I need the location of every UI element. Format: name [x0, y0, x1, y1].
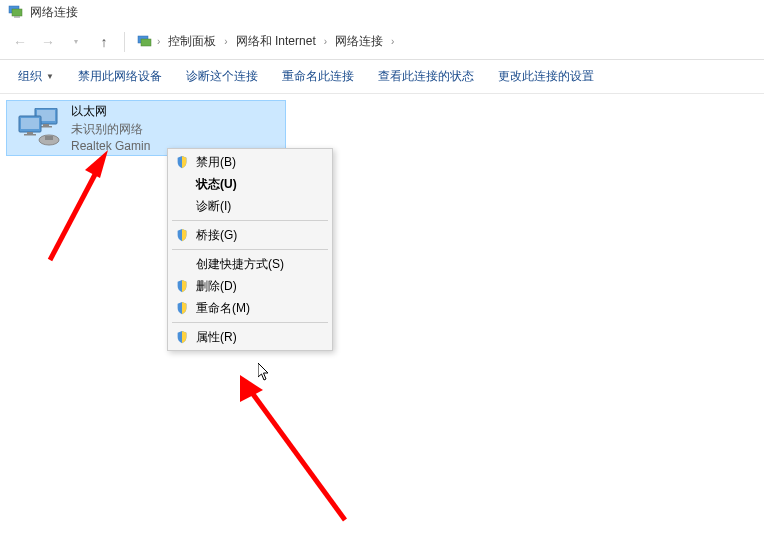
menu-separator [172, 322, 328, 323]
breadcrumb-item-control-panel[interactable]: 控制面板 [164, 31, 220, 52]
annotation-arrow [40, 150, 130, 273]
adapter-text: 以太网 未识别的网络 Realtek Gamin [71, 103, 150, 153]
shield-icon [174, 154, 190, 170]
menu-label: 重命名(M) [196, 300, 250, 317]
svg-rect-14 [45, 136, 53, 140]
menu-item-diagnose[interactable]: 诊断(I) [170, 195, 330, 217]
forward-button[interactable]: → [36, 30, 60, 54]
menu-separator [172, 220, 328, 221]
menu-item-disable[interactable]: 禁用(B) [170, 151, 330, 173]
cursor-icon [258, 363, 274, 386]
diagnose-button[interactable]: 诊断这个连接 [176, 62, 268, 91]
svg-rect-7 [43, 124, 49, 126]
adapter-icon [15, 108, 63, 148]
menu-separator [172, 249, 328, 250]
shield-icon [174, 329, 190, 345]
rename-label: 重命名此连接 [282, 68, 354, 85]
command-bar: 组织 ▼ 禁用此网络设备 诊断这个连接 重命名此连接 查看此连接的状态 更改此连… [0, 60, 764, 94]
breadcrumb: › 控制面板 › 网络和 Internet › 网络连接 › [133, 31, 394, 52]
svg-line-17 [250, 390, 345, 520]
adapter-status: 未识别的网络 [71, 121, 150, 138]
menu-item-bridge[interactable]: 桥接(G) [170, 224, 330, 246]
breadcrumb-item-network-internet[interactable]: 网络和 Internet [232, 31, 320, 52]
menu-item-status[interactable]: 状态(U) [170, 173, 330, 195]
title-bar: 网络连接 [0, 0, 764, 24]
svg-rect-4 [141, 39, 151, 46]
disable-device-button[interactable]: 禁用此网络设备 [68, 62, 172, 91]
breadcrumb-item-network-connections[interactable]: 网络连接 [331, 31, 387, 52]
shield-icon [174, 227, 190, 243]
svg-rect-10 [21, 118, 39, 129]
menu-label: 属性(R) [196, 329, 237, 346]
menu-label: 删除(D) [196, 278, 237, 295]
history-dropdown[interactable]: ▾ [64, 30, 88, 54]
nav-bar: ← → ▾ ↑ › 控制面板 › 网络和 Internet › 网络连接 › [0, 24, 764, 60]
disable-label: 禁用此网络设备 [78, 68, 162, 85]
content-area: 以太网 未识别的网络 Realtek Gamin [0, 94, 764, 162]
window-icon [8, 4, 24, 20]
status-label: 查看此连接的状态 [378, 68, 474, 85]
adapter-driver: Realtek Gamin [71, 139, 150, 153]
svg-rect-8 [40, 126, 52, 128]
change-settings-button[interactable]: 更改此连接的设置 [488, 62, 604, 91]
svg-rect-12 [24, 134, 36, 136]
shield-icon [174, 278, 190, 294]
menu-label: 创建快捷方式(S) [196, 256, 284, 273]
menu-item-delete[interactable]: 删除(D) [170, 275, 330, 297]
rename-button[interactable]: 重命名此连接 [272, 62, 364, 91]
diagnose-label: 诊断这个连接 [186, 68, 258, 85]
svg-marker-18 [240, 375, 263, 402]
menu-item-rename[interactable]: 重命名(M) [170, 297, 330, 319]
svg-rect-1 [12, 9, 22, 16]
separator [124, 32, 125, 52]
menu-label: 状态(U) [196, 176, 237, 193]
back-button[interactable]: ← [8, 30, 32, 54]
shield-icon [174, 300, 190, 316]
svg-line-15 [50, 165, 100, 260]
up-button[interactable]: ↑ [92, 30, 116, 54]
menu-label: 桥接(G) [196, 227, 237, 244]
chevron-icon[interactable]: › [324, 36, 327, 47]
organize-button[interactable]: 组织 ▼ [8, 62, 64, 91]
view-status-button[interactable]: 查看此连接的状态 [368, 62, 484, 91]
dropdown-arrow-icon: ▼ [46, 72, 54, 81]
chevron-icon[interactable]: › [157, 36, 160, 47]
adapter-name: 以太网 [71, 103, 150, 120]
change-label: 更改此连接的设置 [498, 68, 594, 85]
menu-item-properties[interactable]: 属性(R) [170, 326, 330, 348]
menu-item-shortcut[interactable]: 创建快捷方式(S) [170, 253, 330, 275]
organize-label: 组织 [18, 68, 42, 85]
chevron-icon[interactable]: › [391, 36, 394, 47]
network-icon [137, 34, 153, 50]
menu-label: 禁用(B) [196, 154, 236, 171]
context-menu: 禁用(B) 状态(U) 诊断(I) 桥接(G) 创建快捷方式(S) 删除(D) [167, 148, 333, 351]
menu-label: 诊断(I) [196, 198, 231, 215]
svg-rect-11 [27, 132, 33, 134]
chevron-icon[interactable]: › [224, 36, 227, 47]
annotation-arrow [225, 370, 355, 533]
window-title: 网络连接 [30, 4, 78, 21]
